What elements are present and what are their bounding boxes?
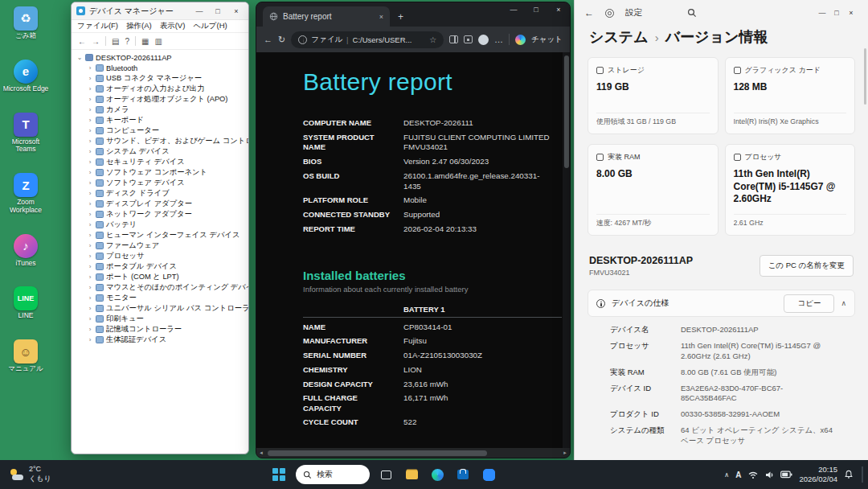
show-desktop-button[interactable] [862,466,863,483]
tree-item[interactable]: サウンド、ビデオ、およびゲーム コントローラー [76,136,248,146]
tree-item[interactable]: キーボード [76,115,248,125]
device-spec-expander[interactable]: デバイスの仕様 コピー ∧ [588,290,855,317]
vertical-scrollbar[interactable] [563,52,570,448]
favorite-star-icon[interactable]: ☆ [429,35,436,44]
tree-item[interactable]: プロセッサ [76,251,248,261]
expand-chevron-icon[interactable] [87,76,93,82]
help-icon[interactable]: ? [125,37,129,46]
vertical-scrollbar[interactable] [864,48,866,105]
expand-chevron-icon[interactable] [87,316,93,323]
tree-item[interactable]: モニター [76,293,248,303]
tree-item[interactable]: システム デバイス [76,146,248,157]
tree-item[interactable]: 記憶域コントローラー [76,324,248,335]
new-tab-button[interactable]: + [398,11,403,23]
rename-pc-button[interactable]: この PC の名前を変更 [760,255,854,277]
expand-chevron-icon[interactable] [87,327,93,333]
desktop-icon-teams[interactable]: T Microsoft Teams [2,113,50,154]
collapse-chevron-icon[interactable] [76,55,83,61]
settings-titlebar[interactable]: ← 設定 — □ × [575,0,868,26]
breadcrumb-system[interactable]: システム [589,27,649,47]
more-menu-icon[interactable]: … [494,35,503,44]
desktop-icon-line[interactable]: LINE LINE [2,286,50,320]
minimize-button[interactable]: — [815,9,829,17]
address-bar[interactable]: ファイル | C:/Users/USER... ☆ [291,31,444,48]
info-card[interactable]: 実装 RAM 8.00 GB 速度: 4267 MT/秒 [588,144,719,236]
battery-icon[interactable] [780,471,792,479]
desktop-icon-recycle-bin[interactable]: ♻ ごみ箱 [2,6,50,40]
document-icon[interactable]: ▤ [112,37,119,46]
desktop-icon-manual[interactable]: ☺ マニュアル [2,339,50,373]
copilot-icon[interactable] [515,35,526,45]
expand-chevron-icon[interactable] [87,170,93,176]
taskbar-search[interactable]: 検索 [296,465,370,484]
tree-item[interactable]: ポート (COM と LPT) [76,272,248,282]
expand-chevron-icon[interactable] [87,253,93,260]
expand-chevron-icon[interactable] [87,222,93,228]
menu-item[interactable]: 表示(V) [160,21,186,31]
device-manager-titlebar[interactable]: デバイス マネージャー — □ × [72,2,248,20]
back-icon[interactable]: ← [584,7,594,18]
expand-chevron-icon[interactable] [87,107,93,113]
task-view-icon[interactable] [376,465,395,484]
file-explorer-icon[interactable] [402,465,421,484]
tree-item[interactable]: セキュリティ デバイス [76,157,248,167]
minimize-button[interactable]: — [502,6,525,14]
tree-item[interactable]: マウスとそのほかのポインティング デバイス [76,282,248,293]
start-button[interactable] [268,464,289,485]
expand-chevron-icon[interactable] [87,117,93,124]
tree-item[interactable]: ディスプレイ アダプター [76,199,248,209]
expand-chevron-icon[interactable] [87,86,93,92]
store-icon[interactable] [453,465,473,484]
tree-item[interactable]: USB コネクタ マネージャー [76,73,248,84]
scroll-left-icon[interactable]: ◂ [256,450,266,456]
tree-root[interactable]: DESKTOP-2026111AP [76,52,248,63]
volume-icon[interactable] [765,471,774,479]
scrollbar-thumb[interactable] [268,450,487,456]
edge-icon[interactable] [428,465,447,484]
expand-chevron-icon[interactable] [87,212,93,218]
expand-chevron-icon[interactable] [87,285,93,291]
expand-chevron-icon[interactable] [87,232,93,239]
tree-item[interactable]: ディスク ドライブ [76,188,248,199]
tree-item[interactable]: Bluetooth [76,63,248,73]
tree-item[interactable]: ソフトウェア コンポーネント [76,167,248,178]
minimize-button[interactable]: — [192,7,207,15]
expand-chevron-icon[interactable] [87,264,93,270]
close-button[interactable]: × [229,7,244,15]
menu-item[interactable]: ヘルプ(H) [193,21,227,31]
desktop-icon-zoom[interactable]: Z Zoom Workplace [2,173,50,215]
scrollbar-thumb[interactable] [564,55,569,168]
expand-chevron-icon[interactable] [87,295,93,302]
zoom-icon[interactable] [479,465,498,484]
expand-chevron-icon[interactable] [87,306,93,312]
tree-item[interactable]: オーディオ処理オブジェクト (APO) [76,94,248,105]
weather-widget[interactable]: 2°C くもり [0,465,61,483]
tab-close-icon[interactable]: × [379,13,383,21]
expand-chevron-icon[interactable] [87,201,93,208]
expand-chevron-icon[interactable] [87,65,93,72]
copilot-chat-label[interactable]: チャット [531,35,563,45]
tree-item[interactable]: バッテリ [76,220,248,230]
ime-indicator[interactable]: A [735,471,741,479]
tree-item[interactable]: 印刷キュー [76,314,248,324]
tree-item[interactable]: カメラ [76,105,248,115]
hidden-icons-chevron[interactable]: ∧ [724,471,729,479]
clock[interactable]: 20:15 2026/02/04 [799,465,837,485]
copy-button[interactable]: コピー [784,294,834,313]
expand-chevron-icon[interactable] [87,180,93,187]
expand-chevron-icon[interactable] [87,191,93,197]
chevron-up-icon[interactable]: ∧ [841,299,846,307]
tree-item[interactable]: ファームウェア [76,240,248,251]
close-button[interactable]: × [844,9,858,17]
horizontal-scrollbar[interactable]: ◂ ▸ [256,448,570,458]
maximize-button[interactable]: □ [525,6,547,14]
tree-item[interactable]: 生体認証デバイス [76,335,248,345]
expand-chevron-icon[interactable] [87,128,93,134]
expand-chevron-icon[interactable] [87,159,93,166]
tree-item[interactable]: ネットワーク アダプター [76,209,248,220]
tree-item[interactable]: オーディオの入力および出力 [76,84,248,94]
expand-chevron-icon[interactable] [87,274,93,281]
expand-chevron-icon[interactable] [87,97,93,103]
expand-chevron-icon[interactable] [87,337,93,343]
tab-battery-report[interactable]: Battery report × [263,6,390,27]
